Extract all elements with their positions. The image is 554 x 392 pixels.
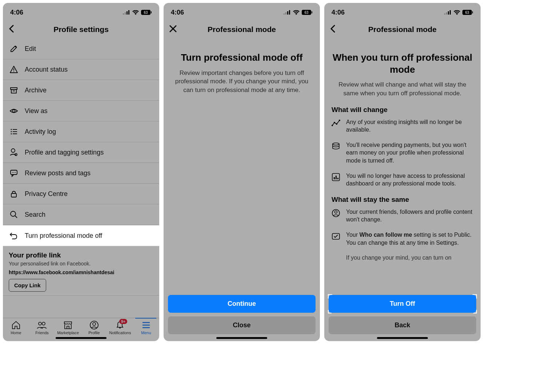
nav-bar: Professional mode (324, 20, 481, 39)
search-icon (9, 210, 19, 219)
svg-point-56 (333, 143, 339, 145)
item-label: Review posts and tags (25, 169, 91, 177)
profile-icon (90, 320, 99, 330)
info-text: Your Who can follow me setting is set to… (346, 231, 473, 247)
item-archive[interactable]: Archive (3, 80, 159, 101)
svg-point-24 (13, 172, 14, 173)
page-title: Profile settings (53, 25, 109, 34)
svg-point-29 (39, 322, 41, 325)
tab-label: Friends (35, 331, 49, 335)
item-activity-log[interactable]: Activity log (3, 121, 159, 142)
same-item-change-mind: If you change your mind, you can turn on (332, 254, 473, 263)
svg-point-52 (332, 125, 333, 126)
svg-point-27 (11, 211, 16, 216)
svg-rect-59 (336, 176, 337, 179)
item-profile-tagging[interactable]: Profile and tagging settings (3, 142, 159, 163)
svg-rect-38 (287, 11, 288, 15)
eye-icon (9, 107, 19, 115)
close-button[interactable]: Close (168, 316, 316, 334)
close-icon[interactable] (169, 25, 177, 34)
dashboard-icon (332, 173, 340, 181)
profile-link-url: https://www.facebook.com/iamnishantdesai (9, 269, 153, 275)
item-label: Account status (25, 66, 68, 73)
tab-marketplace[interactable]: Marketplace (57, 320, 79, 335)
menu-hamburger-icon (142, 320, 150, 330)
tab-notifications[interactable]: 9+ Notifications (109, 320, 131, 335)
change-item-dashboard: You will no longer have access to profes… (332, 172, 473, 188)
item-edit[interactable]: Edit (3, 39, 159, 59)
status-right: 63 (284, 10, 313, 15)
item-label: View as (25, 107, 48, 115)
status-right: 63 (444, 10, 473, 15)
svg-text:63: 63 (304, 11, 309, 15)
svg-point-53 (334, 122, 335, 123)
item-review-posts[interactable]: Review posts and tags (3, 163, 159, 184)
svg-rect-3 (128, 10, 129, 15)
battery-icon: 63 (141, 10, 152, 15)
screen-profile-settings: 4:06 63 Profile settings Edit Account st… (3, 3, 159, 341)
status-time: 4:06 (171, 9, 184, 16)
tab-label: Marketplace (57, 331, 79, 335)
home-indicator[interactable] (216, 337, 267, 339)
speech-bubble-icon (9, 169, 19, 177)
tab-bar: Home Friends Marketplace Profile 9+ Noti… (3, 318, 159, 336)
svg-text:63: 63 (465, 11, 469, 15)
svg-rect-45 (444, 13, 445, 15)
svg-point-55 (339, 120, 340, 121)
lock-icon (9, 189, 19, 198)
wifi-icon (132, 10, 139, 15)
person-gear-icon (9, 148, 19, 157)
info-text: You'll receive pending payments, but you… (346, 141, 473, 165)
same-item-follow-setting: Your Who can follow me setting is set to… (332, 231, 473, 247)
archive-box-icon (9, 86, 19, 95)
svg-rect-26 (11, 193, 16, 197)
svg-point-30 (42, 322, 45, 325)
item-view-as[interactable]: View as (3, 101, 159, 121)
svg-point-12 (13, 110, 15, 112)
cellular-signal-icon (444, 10, 451, 15)
svg-point-54 (336, 123, 337, 125)
tab-profile[interactable]: Profile (83, 320, 105, 335)
item-account-status[interactable]: Account status (3, 59, 159, 80)
status-time: 4:06 (332, 9, 345, 16)
nav-bar: Profile settings (3, 20, 159, 39)
checkbox-card-icon (332, 232, 340, 240)
home-indicator[interactable] (56, 337, 107, 339)
status-time: 4:06 (10, 9, 23, 16)
back-icon[interactable] (330, 25, 335, 34)
item-privacy-centre[interactable]: Privacy Centre (3, 184, 159, 204)
insights-icon (332, 119, 340, 128)
back-icon[interactable] (9, 25, 14, 34)
svg-point-21 (16, 154, 16, 155)
turn-off-button[interactable]: Turn Off (329, 295, 476, 313)
item-search[interactable]: Search (3, 204, 159, 225)
item-label: Privacy Centre (25, 190, 68, 198)
svg-rect-5 (151, 11, 152, 13)
tab-label: Menu (141, 331, 151, 335)
screen-turn-off-details: 4:06 63 Professional mode When you turn … (324, 3, 481, 341)
notification-badge: 9+ (119, 319, 128, 324)
svg-rect-48 (450, 10, 451, 15)
back-button[interactable]: Back (329, 316, 476, 334)
bell-icon: 9+ (116, 320, 124, 330)
svg-line-28 (15, 216, 17, 218)
home-indicator[interactable] (377, 337, 428, 339)
page-title: Professional mode (208, 25, 276, 34)
main-heading: Turn professional mode off (171, 52, 313, 64)
tab-friends[interactable]: Friends (31, 320, 53, 335)
nav-bar: Professional mode (164, 20, 320, 39)
item-turn-off-professional-mode[interactable]: Turn professional mode off (3, 225, 159, 246)
screen-turn-off-confirm: 4:06 63 Professional mode Turn professio… (164, 3, 320, 341)
tab-menu[interactable]: Menu (135, 320, 157, 335)
info-text: Your current friends, followers and prof… (346, 208, 473, 224)
item-label: Profile and tagging settings (25, 149, 104, 156)
svg-point-14 (11, 131, 12, 132)
svg-point-19 (11, 149, 15, 152)
svg-point-25 (15, 172, 16, 173)
continue-button[interactable]: Continue (168, 295, 316, 313)
copy-link-button[interactable]: Copy Link (9, 279, 46, 292)
item-label: Turn professional mode off (25, 232, 102, 240)
change-item-insights: Any of your existing insights will no lo… (332, 118, 473, 134)
tab-home[interactable]: Home (5, 320, 27, 335)
friends-icon (36, 320, 47, 330)
